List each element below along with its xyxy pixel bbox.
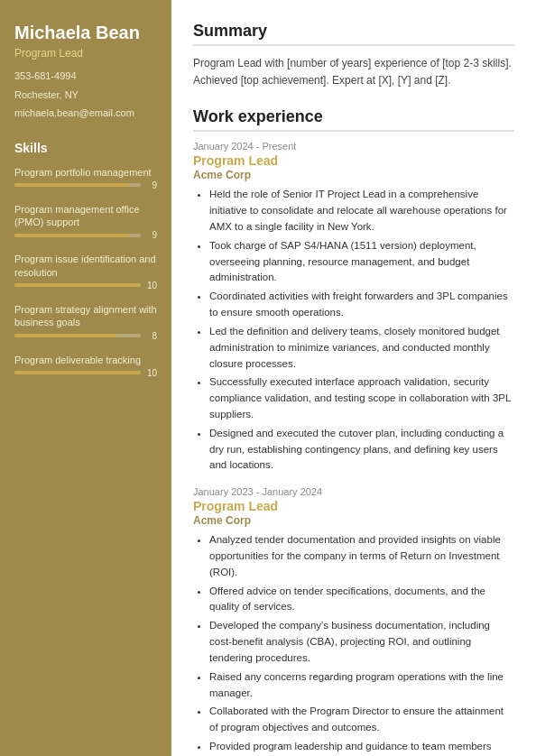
- job-bullet: Developed the company's business documen…: [209, 618, 514, 666]
- summary-text: Program Lead with [number of years] expe…: [193, 55, 514, 89]
- skill-name: Program issue identification and resolut…: [14, 253, 157, 279]
- skill-bar-bg: [14, 283, 141, 287]
- candidate-title: Program Lead: [14, 47, 157, 60]
- job-company: Acme Corp: [193, 514, 514, 527]
- job-bullet: Held the role of Senior IT Project Lead …: [209, 187, 514, 235]
- skill-bar-bg: [14, 183, 141, 187]
- skill-item: Program strategy alignment with business…: [14, 303, 157, 341]
- job-bullet: Designed and executed the cutover plan, …: [209, 426, 514, 474]
- skill-item: Program portfolio management 9: [14, 166, 157, 190]
- skill-name: Program portfolio management: [14, 166, 157, 179]
- skill-name: Program deliverable tracking: [14, 354, 157, 366]
- skill-bar-bg: [14, 371, 141, 374]
- job-title: Program Lead: [193, 153, 514, 168]
- skill-bar-fill: [14, 283, 141, 287]
- skill-name: Program management office (PMO) support: [14, 203, 157, 229]
- summary-section: Summary Program Lead with [number of yea…: [193, 22, 514, 89]
- job-date: January 2023 - January 2024: [193, 486, 514, 497]
- summary-heading: Summary: [193, 22, 514, 46]
- skill-score: 10: [146, 368, 157, 378]
- work-heading: Work experience: [193, 107, 514, 132]
- job-bullet: Offered advice on tender specifications,…: [209, 584, 514, 616]
- email[interactable]: michaela.bean@email.com: [14, 106, 157, 121]
- skill-score: 8: [146, 331, 157, 341]
- job-bullet: Successfully executed interface approach…: [209, 374, 514, 422]
- job-bullet: Took charge of SAP S4/HANA (1511 version…: [209, 238, 514, 286]
- skill-row: 10: [14, 368, 157, 378]
- skills-heading: Skills: [14, 141, 157, 155]
- job-date: January 2024 - Present: [193, 141, 514, 152]
- job-entry: January 2024 - Present Program Lead Acme…: [193, 141, 514, 474]
- skill-bar-fill: [14, 334, 116, 337]
- skill-score: 10: [146, 281, 157, 290]
- skills-list: Program portfolio management 9 Program m…: [14, 166, 157, 378]
- skill-item: Program deliverable tracking 10: [14, 354, 157, 378]
- job-bullets: Held the role of Senior IT Project Lead …: [193, 187, 514, 474]
- jobs-list: January 2024 - Present Program Lead Acme…: [193, 141, 514, 756]
- skill-row: 8: [14, 331, 157, 341]
- job-company: Acme Corp: [193, 169, 514, 181]
- job-title: Program Lead: [193, 499, 514, 513]
- skill-bar-fill: [14, 183, 128, 187]
- work-section: Work experience January 2024 - Present P…: [193, 107, 514, 756]
- skill-score: 9: [146, 230, 157, 240]
- job-bullet: Collaborated with the Program Director t…: [209, 704, 514, 736]
- job-bullet: Coordinated activities with freight forw…: [209, 289, 514, 321]
- sidebar: Michaela Bean Program Lead 353-681-4994 …: [0, 0, 171, 756]
- skill-bar-fill: [14, 234, 128, 237]
- skill-bar-fill: [14, 371, 141, 374]
- resume-container: Michaela Bean Program Lead 353-681-4994 …: [0, 0, 536, 756]
- job-bullets: Analyzed tender documentation and provid…: [193, 532, 514, 756]
- skill-item: Program management office (PMO) support …: [14, 203, 157, 241]
- main-content: Summary Program Lead with [number of yea…: [171, 0, 536, 756]
- phone: 353-681-4994: [14, 69, 157, 84]
- job-bullet: Raised any concerns regarding program op…: [209, 669, 514, 702]
- skill-bar-bg: [14, 334, 141, 337]
- skill-row: 9: [14, 230, 157, 240]
- skill-name: Program strategy alignment with business…: [14, 303, 157, 329]
- skill-row: 10: [14, 281, 157, 290]
- skill-item: Program issue identification and resolut…: [14, 253, 157, 290]
- skill-bar-bg: [14, 234, 141, 237]
- candidate-name: Michaela Bean: [14, 22, 157, 43]
- skill-score: 9: [146, 180, 157, 190]
- location: Rochester, NY: [14, 88, 157, 103]
- job-bullet: Analyzed tender documentation and provid…: [209, 532, 514, 580]
- job-bullet: Led the definition and delivery teams, c…: [209, 324, 514, 372]
- job-entry: January 2023 - January 2024 Program Lead…: [193, 486, 514, 756]
- skill-row: 9: [14, 180, 157, 190]
- job-bullet: Provided program leadership and guidance…: [209, 739, 514, 756]
